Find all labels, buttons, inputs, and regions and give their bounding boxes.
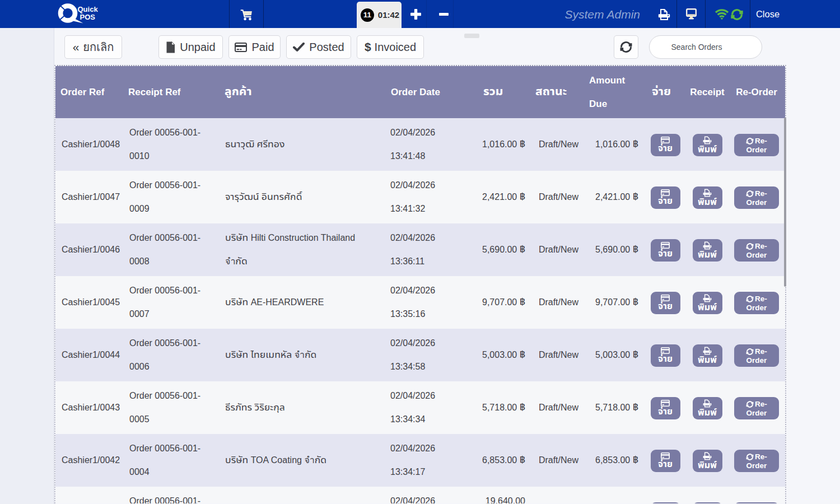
cell-receipt-action: พิมพ์: [687, 329, 728, 381]
table-row[interactable]: Cashier1/0045 Order 00056-001-0007 บริษั…: [55, 276, 785, 329]
reorder-sync-icon: [746, 242, 754, 250]
table-row[interactable]: Cashier1/0047 Order 00056-001-0009 จารุว…: [55, 171, 785, 223]
close-button[interactable]: Close: [755, 0, 781, 28]
pay-button[interactable]: จ่าย: [651, 344, 680, 367]
cell-order-date: 02/04/2026: [386, 487, 478, 503]
pay-button[interactable]: จ่าย: [651, 450, 680, 472]
cell-amount-due: 9,707.00 ฿: [584, 276, 644, 329]
filter-unpaid-label: Unpaid: [180, 41, 215, 54]
add-tab-button[interactable]: [410, 9, 421, 21]
print-button[interactable]: [654, 0, 676, 28]
order-count-badge: 11: [361, 8, 374, 22]
filter-posted-button[interactable]: Posted: [286, 35, 351, 59]
reorder-sync-icon: [746, 190, 754, 198]
cell-reorder-action: Re-Order: [728, 329, 785, 381]
customer-display-button[interactable]: [680, 0, 703, 28]
cell-order-ref: Cashier1/0047: [55, 171, 123, 223]
print-receipt-button[interactable]: พิมพ์: [693, 134, 722, 156]
cell-reorder-action: Re-Order: [728, 434, 785, 487]
col-order-ref: Order Ref: [55, 66, 123, 118]
pay-button[interactable]: จ่าย: [651, 186, 680, 209]
scrollbar-thumb[interactable]: [784, 118, 786, 287]
pay-button[interactable]: จ่าย: [651, 502, 680, 503]
cell-amount-due: 2,421.00 ฿: [584, 171, 644, 223]
cell-order-date: 02/04/202613:41:48: [386, 118, 478, 171]
pay-button-label: จ่าย: [658, 250, 673, 258]
filter-invoiced-button[interactable]: $Invoiced: [357, 35, 424, 59]
table-row[interactable]: Cashier1/0044 Order 00056-001-0006 บริษั…: [55, 329, 785, 381]
cell-order-date: 02/04/202613:35:16: [386, 276, 478, 329]
print-receipt-button[interactable]: พิมพ์: [693, 186, 722, 209]
svg-text:Quick: Quick: [78, 5, 99, 13]
reorder-button[interactable]: Re-Order: [734, 186, 779, 209]
cell-order-ref: Cashier1/0043: [55, 381, 123, 434]
print-receipt-button[interactable]: พิมพ์: [693, 502, 722, 503]
cell-reorder-action: Re-Order: [728, 487, 785, 503]
cell-amount-due: 1,016.00 ฿: [584, 118, 644, 171]
file-icon: [166, 41, 175, 53]
remove-tab-button[interactable]: [439, 9, 449, 21]
reorder-button[interactable]: Re-Order: [734, 397, 779, 419]
reorder-button[interactable]: Re-Order: [734, 239, 779, 262]
printer-icon: [703, 452, 712, 460]
remove-tab-icon: [439, 9, 449, 20]
pay-button[interactable]: จ่าย: [651, 397, 680, 419]
pay-button[interactable]: จ่าย: [651, 134, 680, 156]
cell-order-date: 02/04/202613:41:32: [386, 171, 478, 223]
reorder-button[interactable]: Re-Order: [734, 450, 779, 472]
cell-receipt-action: พิมพ์: [687, 171, 728, 223]
cancel-button[interactable]: «ยกเลิก: [64, 35, 122, 59]
cell-status: Draft/New: [530, 434, 584, 487]
cell-customer: บริษัท AE-HEARDWERE: [220, 276, 386, 329]
pay-button[interactable]: จ่าย: [651, 292, 680, 314]
order-date: 02/04/2026: [390, 121, 478, 144]
filter-unpaid-button[interactable]: Unpaid: [158, 35, 223, 59]
add-tab-icon: [410, 9, 421, 20]
cart-button[interactable]: [229, 0, 263, 28]
cell-pay-action: จ่าย: [644, 118, 687, 171]
table-row[interactable]: Order 00056-001- 02/04/2026 19,640.00 ฿ …: [55, 487, 785, 503]
print-button-label: พิมพ์: [698, 304, 717, 312]
table-row[interactable]: Cashier1/0043 Order 00056-001-0005 ธีรภั…: [55, 381, 785, 434]
order-date: 02/04/2026: [390, 384, 478, 408]
col-status: สถานะ: [530, 66, 584, 118]
cell-order-ref: Cashier1/0045: [55, 276, 123, 329]
refresh-button[interactable]: [614, 35, 638, 59]
filter-paid-button[interactable]: Paid: [228, 35, 281, 59]
cancel-button-label: ยกเลิก: [83, 38, 114, 56]
pay-button-label: จ่าย: [658, 302, 673, 311]
cell-order-ref: [55, 487, 123, 503]
cell-reorder-action: Re-Order: [728, 171, 785, 223]
pay-button-label: จ่าย: [658, 197, 673, 206]
table-row[interactable]: Cashier1/0042 Order 00056-001-0004 บริษั…: [55, 434, 785, 487]
cell-receipt-ref: Order 00056-001-0007: [123, 276, 220, 329]
order-time: 13:41:48: [390, 144, 478, 168]
cell-receipt-ref: Order 00056-001-0009: [123, 171, 220, 223]
print-receipt-button[interactable]: พิมพ์: [693, 344, 722, 367]
drag-handle[interactable]: [464, 34, 479, 38]
cell-receipt-ref: Order 00056-001-0006: [123, 329, 220, 381]
cell-pay-action: จ่าย: [644, 276, 687, 329]
cell-receipt-action: พิมพ์: [687, 487, 728, 503]
table-row[interactable]: Cashier1/0046 Order 00056-001-0008 บริษั…: [55, 223, 785, 276]
cell-reorder-action: Re-Order: [728, 381, 785, 434]
pay-button[interactable]: จ่าย: [651, 239, 680, 262]
print-receipt-button[interactable]: พิมพ์: [693, 239, 722, 262]
table-row[interactable]: Cashier1/0048 Order 00056-001-0010 ธนาวุ…: [55, 118, 785, 171]
register-tab[interactable]: 11 01:42: [357, 2, 402, 28]
cell-receipt-action: พิมพ์: [687, 276, 728, 329]
reorder-button[interactable]: Re-Order: [734, 502, 779, 503]
print-receipt-button[interactable]: พิมพ์: [693, 292, 722, 314]
reorder-button[interactable]: Re-Order: [734, 134, 779, 156]
reorder-button[interactable]: Re-Order: [734, 344, 779, 367]
quickpos-logo[interactable]: Quick POS: [58, 2, 100, 26]
print-receipt-button[interactable]: พิมพ์: [693, 397, 722, 419]
cell-receipt-action: พิมพ์: [687, 223, 728, 276]
order-time: 13:36:11: [390, 250, 478, 273]
search-input[interactable]: [649, 35, 762, 59]
print-receipt-button[interactable]: พิมพ์: [693, 450, 722, 472]
cell-receipt-ref: Order 00056-001-0004: [123, 434, 220, 487]
reorder-button[interactable]: Re-Order: [734, 292, 779, 314]
cell-customer: จารุวัฒน์ อินทรศักดิ์: [220, 171, 386, 223]
cell-total: 5,003.00 ฿: [478, 329, 530, 381]
